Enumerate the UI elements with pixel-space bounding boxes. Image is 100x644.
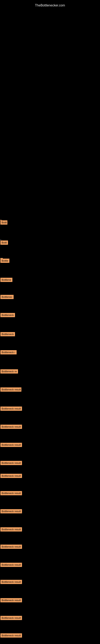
bottleneck-item: Bottleneck result: [0, 580, 22, 585]
bottleneck-label: Bottleneck result: [0, 509, 22, 514]
bottleneck-item: Bottleneck r: [0, 350, 17, 355]
bottleneck-label: Bottleneck result: [0, 598, 22, 602]
bottleneck-label: Bottleneck result: [0, 388, 21, 392]
bottleneck-item: Bottleneck result: [0, 509, 22, 514]
bottleneck-item: Bottleneck: [0, 332, 15, 337]
bottleneck-label: Bottleneck result: [0, 425, 22, 429]
bottleneck-item: Bottleneck result: [0, 563, 22, 568]
bottleneck-item: Bottleneck result: [0, 443, 22, 448]
bottleneck-item: Bottleneck result: [0, 633, 22, 638]
bottleneck-item: Bottlene: [0, 278, 12, 283]
bottleneck-label: Bottleneck result: [0, 491, 22, 495]
bottleneck-item: Bottleneck: [0, 313, 15, 318]
bottleneck-label: Bottleneck: [0, 313, 15, 317]
bottleneck-item: Bottleneck result: [0, 461, 22, 466]
bottleneck-label: Bottleneck result: [0, 461, 22, 465]
bottleneck-item: Bottleneck result: [0, 425, 22, 430]
bottleneck-label: Bottleneck result: [0, 616, 22, 620]
bottleneck-label: Bottleneck: [0, 332, 15, 336]
bottleneck-label: Bottleneck result: [0, 580, 22, 584]
bottleneck-label: Bottleneck result: [0, 563, 22, 567]
bottleneck-item: Bottle: [0, 258, 9, 264]
bottleneck-label: Bottleneck result: [0, 527, 22, 532]
bottleneck-label: Bottl: [0, 240, 8, 245]
bottleneck-label: Bottleneck result: [0, 544, 22, 549]
bottleneck-item: Bottlenec: [0, 295, 14, 300]
bottleneck-item: Bottleneck result: [0, 598, 22, 603]
bottleneck-label: Bottleneck r: [0, 350, 17, 354]
bottleneck-label: Bottleneck result: [0, 633, 22, 638]
bottleneck-item: Bottl: [0, 240, 8, 246]
bottleneck-label: Bottleneck result: [0, 443, 22, 447]
bottleneck-label: Bottlene: [0, 278, 12, 282]
bottleneck-item: Bottl: [0, 220, 7, 226]
bottleneck-item: Bottleneck result: [0, 491, 22, 496]
bottleneck-label: Bottlenec: [0, 295, 14, 299]
bottleneck-item: Bottleneck result: [0, 616, 22, 621]
bottleneck-label: Bottl: [0, 220, 7, 224]
bottleneck-label: Bottleneck re: [0, 369, 18, 374]
bottleneck-item: Bottleneck result: [0, 544, 22, 550]
bottleneck-item: Bottleneck result: [0, 406, 22, 412]
bottleneck-item: Bottleneck result: [0, 474, 22, 479]
bottleneck-label: Bottleneck result: [0, 474, 22, 478]
bottleneck-item: Bottleneck result: [0, 527, 22, 532]
bottleneck-label: Bottle: [0, 258, 9, 263]
bottleneck-item: Bottleneck result: [0, 388, 21, 392]
bottleneck-results-container: ▌|BottlBottlBottleBottleneBottlenecBottl…: [0, 0, 100, 644]
bottleneck-item: Bottleneck re: [0, 369, 18, 374]
bottleneck-label: Bottleneck result: [0, 406, 22, 411]
